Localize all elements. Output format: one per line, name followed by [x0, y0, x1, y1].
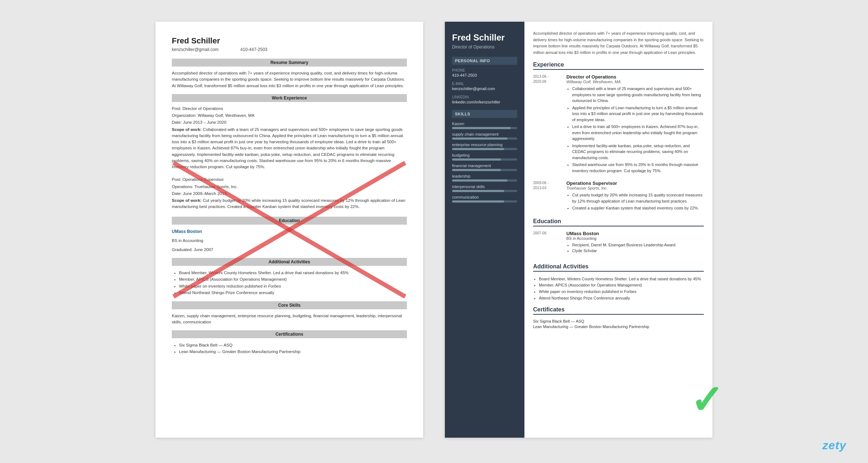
add-section-title: Additional Activities	[533, 263, 704, 272]
list-item: Member, APICS (Association for Operation…	[539, 282, 704, 289]
left-cert-list: Six Sigma Black Belt — ASQLean Manufactu…	[179, 342, 407, 355]
skill-bar-fill	[452, 137, 507, 140]
left-edu-school: UMass Boston	[172, 228, 407, 235]
list-item: Board Member, Winters County Homeless Sh…	[179, 269, 407, 276]
edu-header: Education	[172, 217, 407, 225]
job1-org: Organization: Willaway Golf, Westhaven, …	[172, 112, 407, 119]
left-edu-date: Graduated: June 2007	[172, 247, 407, 253]
job1-block: Post: Director of Operations Organizatio…	[172, 106, 407, 170]
skill-bar-fill	[452, 158, 501, 161]
resume-right: Fred Schiller Director of Operations Per…	[445, 22, 712, 438]
right-edu-bullets: Recipient, Darrel M. Eisengart Business …	[572, 242, 675, 254]
list-item: Attend Northeast Shingo Prize Conference…	[179, 289, 407, 296]
list-item: Implemented facility-wide kanban, poka-y…	[572, 143, 704, 161]
right-activities: Board Member, Winters County Homeless Sh…	[539, 276, 704, 301]
skill-item: leadership	[452, 174, 517, 182]
skill-bar-bg	[452, 137, 517, 140]
linkedin-item: LinkedIn linkedin.com/in/kenzschiller	[452, 95, 517, 104]
zety-brand: zety	[822, 439, 846, 452]
list-item: Attend Northeast Shingo Prize Conference…	[539, 295, 704, 302]
exp-block: 2009-06 - 2013-03 Operations Supervisor …	[533, 180, 704, 212]
skill-bar-fill	[452, 169, 501, 171]
exp-bullets: Collaborated with a team of 25 managers …	[572, 86, 704, 174]
right-summary: Accomplished director of operations with…	[533, 30, 704, 56]
exp-bullets: Cut yearly budget by 20% while increasin…	[572, 192, 704, 211]
exp-title: Director of Operations	[566, 74, 704, 80]
job2-block: Post: Operations Supervisor Operations: …	[172, 177, 407, 210]
left-contact: kenzschiller@gmail.com 410-447-2503	[172, 47, 407, 52]
list-item: Slashed warehouse use from 95% to 20% in…	[572, 162, 704, 174]
list-item: Collaborated with a team of 25 managers …	[572, 86, 704, 104]
email-label: E-mail	[452, 82, 517, 86]
list-item: White paper on inventory reduction publi…	[539, 289, 704, 295]
skill-name: Kaizen	[452, 122, 517, 126]
left-name: Fred Schiller	[172, 36, 407, 46]
skill-bar-fill	[452, 148, 504, 150]
right-name-block: Fred Schiller Director of Operations	[452, 33, 517, 50]
skill-bar-fill	[452, 190, 504, 192]
add-header: Additional Activities	[172, 258, 407, 266]
skills-section-title: Skills	[452, 110, 517, 118]
list-item: Recipient, Darrel M. Eisengart Business …	[572, 242, 675, 248]
cert-header: Certifications	[172, 330, 407, 338]
cert-section-title: Certificates	[533, 306, 704, 315]
skill-item: interpersonal skills	[452, 184, 517, 192]
left-activities-list: Board Member, Winters County Homeless Sh…	[179, 269, 407, 296]
linkedin-label: LinkedIn	[452, 95, 517, 99]
list-item: Created a supplier Kanban system that sl…	[572, 205, 704, 211]
phone-item: Phone 410-447-2503	[452, 68, 517, 77]
left-core-skills: Kaizen, supply chain management, enterpr…	[172, 313, 407, 326]
skill-item: enterprise resource planning	[452, 143, 517, 150]
cert-item: Lean Manufacturing — Greater Boston Manu…	[533, 324, 704, 329]
cert-item: Six Sigma Black Belt — ASQ	[533, 319, 704, 323]
skill-bar-bg	[452, 127, 517, 129]
exp-block: 2013-06 - 2020-06 Director of Operations…	[533, 74, 704, 175]
list-item: White paper on inventory reduction publi…	[179, 283, 407, 289]
right-sidebar: Fred Schiller Director of Operations Per…	[445, 22, 524, 438]
list-item: Lean Manufacturing — Greater Boston Manu…	[179, 348, 407, 355]
personal-section-title: Personal Info	[452, 57, 517, 65]
exp-company: Truehauser Sports, Inc.	[566, 186, 704, 190]
right-exp-list: 2013-06 - 2020-06 Director of Operations…	[533, 74, 704, 212]
exp-detail: Operations Supervisor Truehauser Sports,…	[566, 180, 704, 212]
right-edu-block: 2007-06 UMass Boston BS in Accounting Re…	[533, 231, 704, 258]
skill-item: financial management	[452, 163, 517, 171]
job2-org: Operations: Truehauser Sports, Inc.	[172, 184, 407, 190]
exp-date: 2009-06 - 2013-03	[533, 180, 562, 212]
list-item: Led a drive to train all 500+ employees …	[572, 124, 704, 142]
job1-scope-label: Scope of work:	[172, 127, 201, 132]
phone-value: 410-447-2503	[452, 73, 517, 77]
skill-item: supply chain management	[452, 132, 517, 140]
list-item: Clyde Scholar	[572, 248, 675, 254]
job2-post: Post: Operations Supervisor	[172, 177, 407, 183]
job1-scope: Scope of work: Collaborated with a team …	[172, 127, 407, 170]
email-value: kenzschiller@gmail.com	[452, 86, 517, 91]
job2-scope: Scope of work: Cut yearly budget by 20% …	[172, 197, 407, 210]
skill-bar-bg	[452, 190, 517, 192]
list-item: Board Member, Winters County Homeless Sh…	[539, 276, 704, 283]
exp-section-title: Experience	[533, 61, 704, 70]
right-edu-degree: BS in Accounting	[566, 236, 675, 241]
skills-list: Kaizen supply chain management enterpris…	[452, 122, 517, 203]
edu-section-title: Education	[533, 218, 704, 226]
skill-name: communication	[452, 195, 517, 199]
left-phone: 410-447-2503	[241, 47, 268, 52]
skill-bar-fill	[452, 179, 507, 182]
left-email: kenzschiller@gmail.com	[172, 47, 219, 52]
left-edu-block: UMass Boston BS in Accounting Graduated:…	[172, 228, 407, 253]
list-item: Six Sigma Black Belt — ASQ	[179, 342, 407, 348]
skill-bar-bg	[452, 179, 517, 182]
exp-company: Willaway Golf, Westhaven, MA	[566, 80, 704, 84]
right-edu-school: UMass Boston	[566, 231, 675, 236]
work-header: Work Experience	[172, 94, 407, 102]
job1-post: Post: Director of Operations	[172, 106, 407, 112]
skill-bar-bg	[452, 200, 517, 203]
skill-bar-fill	[452, 200, 504, 203]
skill-name: interpersonal skills	[452, 184, 517, 189]
phone-label: Phone	[452, 68, 517, 72]
job2-date: Date: June 2009–March 2013	[172, 191, 407, 197]
exp-date: 2013-06 - 2020-06	[533, 74, 562, 175]
list-item: Cut yearly budget by 20% while increasin…	[572, 192, 704, 204]
list-item: Applied the principles of Lean manufactu…	[572, 105, 704, 123]
right-certs: Six Sigma Black Belt — ASQLean Manufactu…	[533, 319, 704, 329]
